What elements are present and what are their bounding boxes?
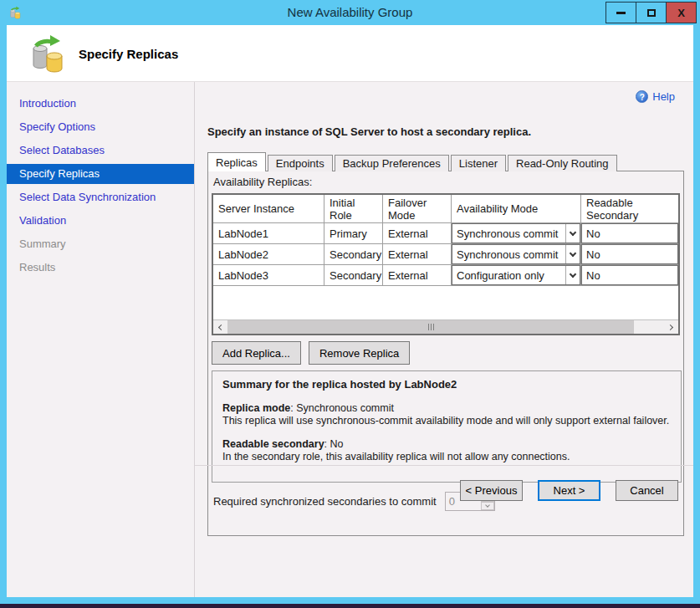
- column-header-initial-role: Initial Role: [324, 195, 383, 223]
- sidebar-item-specify-replicas[interactable]: Specify Replicas: [7, 164, 194, 184]
- minimize-icon: [616, 12, 626, 14]
- grid-header-row: Server Instance Initial Role Failover Mo…: [213, 195, 678, 223]
- replica-mode-label: Replica mode: [222, 402, 290, 414]
- readable-secondary-value: No: [586, 269, 600, 282]
- availability-group-icon: [27, 33, 67, 74]
- availability-mode-dropdown[interactable]: Synchronous commit: [452, 223, 580, 243]
- column-header-readable-secondary: Readable Secondary: [581, 195, 678, 223]
- readable-secondary-summary: Readable secondary: No In the secondary …: [222, 438, 671, 463]
- dialog-client-area: Specify Replicas Introduction Specify Op…: [7, 25, 693, 597]
- scroll-left-button[interactable]: [213, 320, 227, 334]
- cell-availability-mode: Synchronous commit: [452, 223, 581, 244]
- chevron-down-icon: [485, 503, 490, 508]
- scrollbar-thumb[interactable]: [227, 320, 634, 334]
- cell-readable-secondary: No: [581, 265, 678, 286]
- availability-mode-value: Synchronous commit: [452, 227, 565, 240]
- window-title: New Availability Group: [0, 0, 700, 25]
- table-row: LabNode3 Secondary External Configuratio…: [213, 265, 678, 286]
- grid-body: LabNode1 Primary External Synchronous co…: [213, 223, 678, 286]
- horizontal-scrollbar: [213, 319, 678, 334]
- summary-title: Summary for the replica hosted by LabNod…: [222, 378, 671, 391]
- add-replica-button[interactable]: Add Replica...: [212, 341, 301, 365]
- cell-failover-mode: External: [383, 223, 452, 244]
- cell-server-instance: LabNode2: [213, 244, 324, 265]
- availability-mode-value: Configuration only: [452, 269, 565, 282]
- quorum-row: Required synchronized secondaries to com…: [213, 492, 495, 511]
- remove-replica-button[interactable]: Remove Replica: [309, 341, 410, 365]
- tab-strip: Replicas Endpoints Backup Preferences Li…: [207, 152, 619, 171]
- cell-server-instance: LabNode3: [213, 265, 324, 286]
- instruction-text: Specify an instance of SQL Server to hos…: [207, 125, 531, 138]
- readable-secondary-description: In the secondary role, this availability…: [222, 451, 570, 462]
- page-title: Specify Replicas: [79, 47, 178, 61]
- readable-secondary-label: Readable secondary: [222, 438, 324, 450]
- maximize-button[interactable]: [636, 2, 667, 23]
- wizard-steps-sidebar: Introduction Specify Options Select Data…: [7, 82, 194, 597]
- scroll-right-button[interactable]: [664, 320, 678, 334]
- footer-divider: [195, 465, 693, 466]
- wizard-footer: < Previous Next > Cancel: [460, 480, 678, 501]
- availability-replicas-grid: Server Instance Initial Role Failover Mo…: [212, 193, 680, 335]
- tab-replicas[interactable]: Replicas: [207, 152, 266, 171]
- scrollbar-track[interactable]: [634, 320, 664, 334]
- availability-mode-value: Synchronous commit: [452, 248, 565, 261]
- tab-listener[interactable]: Listener: [451, 155, 506, 171]
- chevron-right-icon: [667, 324, 673, 330]
- chevron-down-icon: [565, 266, 580, 284]
- close-button[interactable]: X: [666, 2, 697, 23]
- cell-server-instance: LabNode1: [213, 223, 324, 244]
- replica-mode-summary: Replica mode: Synchronous commit This re…: [222, 402, 671, 427]
- cancel-button[interactable]: Cancel: [616, 480, 678, 501]
- previous-button[interactable]: < Previous: [460, 480, 523, 501]
- help-icon: ?: [636, 90, 648, 103]
- sidebar-item-specify-options[interactable]: Specify Options: [7, 117, 194, 141]
- readable-secondary-value: No: [586, 227, 600, 240]
- titlebar: New Availability Group X: [0, 0, 700, 25]
- dialog-window: New Availability Group X Specify Replica…: [0, 0, 700, 604]
- spinner-down-button[interactable]: [481, 502, 494, 511]
- availability-replicas-label: Availability Replicas:: [213, 176, 312, 188]
- main-pane: ? Help Specify an instance of SQL Server…: [195, 82, 693, 597]
- readable-secondary-dropdown[interactable]: No: [581, 265, 678, 285]
- sidebar-item-results: Results: [7, 258, 194, 281]
- replica-mode-description: This replica will use synchronous-commit…: [222, 415, 669, 427]
- chevron-left-icon: [218, 324, 224, 330]
- readable-secondary-summary-value: : No: [324, 438, 344, 450]
- replica-mode-value: : Synchronous commit: [290, 402, 394, 414]
- help-label: Help: [652, 90, 675, 103]
- required-secondaries-label: Required synchronized secondaries to com…: [213, 495, 437, 508]
- cell-failover-mode: External: [383, 244, 452, 265]
- column-header-failover-mode: Failover Mode: [383, 195, 452, 223]
- cell-readable-secondary: No: [581, 223, 678, 244]
- sidebar-item-select-data-synchronization[interactable]: Select Data Synchronization: [7, 187, 194, 211]
- maximize-icon: [647, 9, 656, 17]
- chevron-down-icon: [565, 224, 580, 243]
- grid-empty-area: [213, 286, 678, 319]
- availability-mode-dropdown[interactable]: Synchronous commit: [452, 244, 580, 264]
- sidebar-item-introduction[interactable]: Introduction: [7, 94, 194, 117]
- table-row: LabNode2 Secondary External Synchronous …: [213, 244, 678, 265]
- sidebar-item-validation[interactable]: Validation: [7, 211, 194, 234]
- scrollbar-grip-icon: [431, 324, 432, 330]
- tab-endpoints[interactable]: Endpoints: [268, 155, 333, 171]
- close-icon: X: [677, 7, 685, 19]
- minimize-button[interactable]: [605, 2, 636, 23]
- readable-secondary-value: No: [586, 248, 600, 261]
- cell-initial-role: Secondary: [324, 265, 383, 286]
- tab-read-only-routing[interactable]: Read-Only Routing: [508, 155, 617, 171]
- cell-initial-role: Primary: [324, 223, 383, 244]
- cell-initial-role: Secondary: [324, 244, 383, 265]
- cell-readable-secondary: No: [581, 244, 678, 265]
- availability-mode-dropdown[interactable]: Configuration only: [452, 265, 580, 285]
- chevron-down-icon: [565, 245, 580, 263]
- sidebar-item-summary: Summary: [7, 234, 194, 258]
- wizard-header: Specify Replicas: [7, 25, 693, 82]
- help-button[interactable]: ? Help: [636, 90, 675, 103]
- cell-failover-mode: External: [383, 265, 452, 286]
- cell-availability-mode: Synchronous commit: [452, 244, 581, 265]
- sidebar-item-select-databases[interactable]: Select Databases: [7, 141, 194, 164]
- readable-secondary-dropdown[interactable]: No: [581, 223, 678, 243]
- next-button[interactable]: Next >: [538, 480, 600, 501]
- tab-backup-preferences[interactable]: Backup Preferences: [335, 155, 449, 171]
- readable-secondary-dropdown[interactable]: No: [581, 244, 678, 264]
